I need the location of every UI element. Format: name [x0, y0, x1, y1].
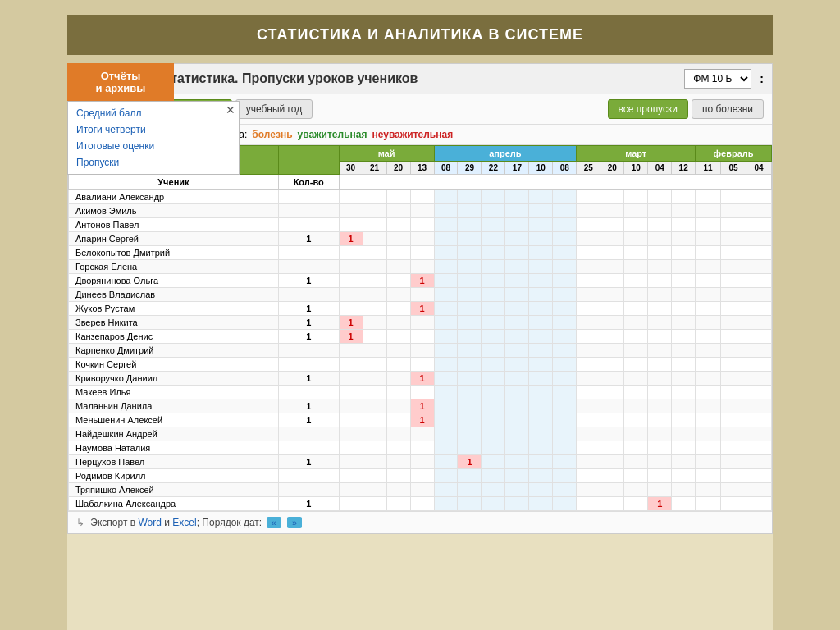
month-feb: февраль [696, 146, 772, 162]
skip-cell [648, 260, 672, 274]
skip-cell [746, 344, 771, 358]
period-year-btn[interactable]: учебный год [235, 99, 313, 119]
skip-cell [553, 469, 577, 483]
skip-cell [339, 288, 363, 302]
skip-cell [529, 190, 553, 204]
skip-cell [721, 316, 746, 330]
skip-cell [672, 330, 696, 344]
skip-cell [339, 190, 363, 204]
menu-item-skips[interactable]: Пропуски [68, 154, 239, 171]
skip-cell [648, 232, 672, 246]
skip-cell [410, 330, 434, 344]
all-skips-btn[interactable]: все пропуски [608, 99, 688, 119]
skip-cell [672, 190, 696, 204]
next-btn[interactable]: » [287, 517, 302, 528]
student-count [278, 246, 339, 260]
excel-link[interactable]: Excel [172, 517, 196, 528]
skip-cell [600, 288, 624, 302]
reports-tab[interactable]: Отчёты и архивы [67, 63, 174, 101]
word-link[interactable]: Word [138, 517, 161, 528]
date-20b: 20 [600, 162, 624, 175]
sick-btn[interactable]: по болезни [692, 99, 764, 119]
student-name: Родимов Кирилл [69, 469, 279, 483]
skip-cell [746, 316, 771, 330]
skip-cell [721, 358, 746, 372]
skip-cell [600, 190, 624, 204]
skip-cell [458, 288, 482, 302]
date-10a: 10 [529, 162, 553, 175]
student-count [278, 427, 339, 441]
skip-cell [696, 302, 721, 316]
skip-cell [746, 260, 771, 274]
skip-cell [529, 427, 553, 441]
skip-cell [672, 399, 696, 413]
skip-cell [624, 288, 648, 302]
skip-cell [721, 190, 746, 204]
skip-cell [434, 413, 458, 427]
skip-cell [648, 288, 672, 302]
skip-cell [482, 218, 505, 232]
skip-cell [363, 302, 386, 316]
skip-cell [529, 302, 553, 316]
skip-cell [505, 427, 529, 441]
skip-cell [746, 441, 771, 455]
skip-cell [553, 441, 577, 455]
skip-cell [746, 274, 771, 288]
student-count: 1 [278, 497, 339, 511]
skip-cell [672, 483, 696, 497]
skip-cell [458, 386, 482, 399]
skip-cell [624, 274, 648, 288]
skip-cell [696, 316, 721, 330]
prev-btn[interactable]: « [267, 517, 281, 528]
skip-cell [363, 274, 386, 288]
skip-cell [553, 344, 577, 358]
skip-cell [600, 316, 624, 330]
menu-item-final[interactable]: Итоговые оценки [68, 138, 239, 154]
outer-wrapper: Отчёты и архивы ✕ Средний балл Итоги чет… [67, 63, 773, 630]
student-name: Зверев Никита [69, 316, 279, 330]
close-icon[interactable]: ✕ [226, 103, 235, 116]
skip-cell [721, 455, 746, 469]
menu-item-quarter[interactable]: Итоги четверти [68, 121, 239, 138]
skip-cell [696, 469, 721, 483]
skip-cell [746, 358, 771, 372]
skip-cell [624, 330, 648, 344]
student-name: Перцухов Павел [69, 455, 279, 469]
skip-cell [505, 469, 529, 483]
skip-cell [458, 469, 482, 483]
skip-cell [577, 372, 600, 386]
table-row: Кочкин Сергей [69, 358, 772, 372]
skip-cell [434, 386, 458, 399]
skip-cell [746, 204, 771, 218]
skip-cell [386, 316, 410, 330]
skip-cell [386, 399, 410, 413]
skip-cell [529, 246, 553, 260]
skip-cell [746, 413, 771, 427]
skip-cell [339, 372, 363, 386]
menu-item-avg[interactable]: Средний балл [68, 105, 239, 121]
skip-cell [482, 413, 505, 427]
skip-cell [553, 330, 577, 344]
student-name: Горская Елена [69, 260, 279, 274]
skip-cell [505, 372, 529, 386]
class-selector[interactable]: ФМ 10 Б [684, 69, 751, 89]
skip-cell [529, 274, 553, 288]
skip-cell [339, 218, 363, 232]
student-name: Наумова Наталия [69, 441, 279, 455]
skip-cell [339, 274, 363, 288]
skip-cell [624, 413, 648, 427]
skip-cell [600, 483, 624, 497]
skip-cell [482, 441, 505, 455]
skip-cell [746, 455, 771, 469]
skip-cell [458, 399, 482, 413]
student-name: Найдешкин Андрей [69, 427, 279, 441]
date-17: 17 [505, 162, 529, 175]
skip-cell [624, 372, 648, 386]
skip-cell [600, 274, 624, 288]
skip-cell [339, 204, 363, 218]
skip-cell [672, 288, 696, 302]
skip-cell [600, 441, 624, 455]
skip-cell [624, 358, 648, 372]
arrow-icon: ↳ [76, 517, 84, 528]
skip-cell [363, 232, 386, 246]
